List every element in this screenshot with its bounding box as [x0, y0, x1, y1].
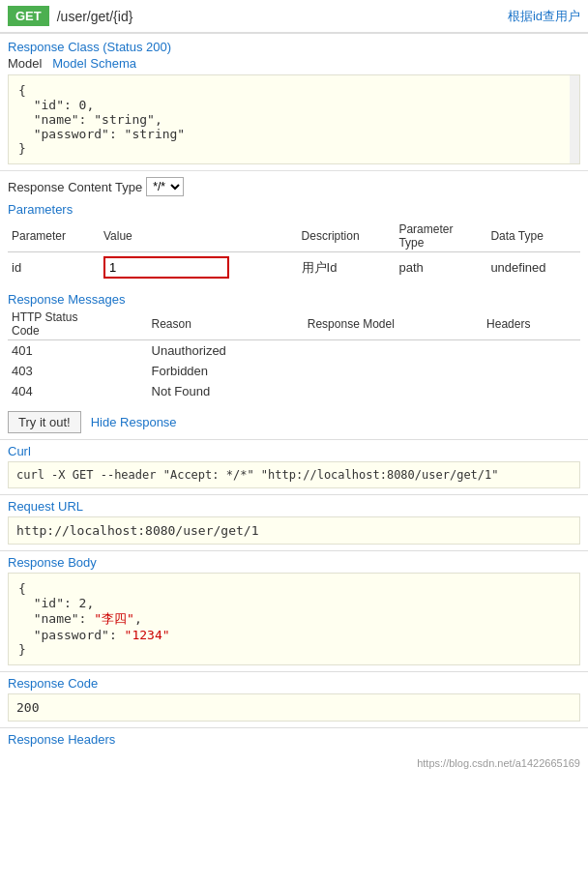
reason-404: Not Found — [148, 381, 304, 401]
response-content-type-row: Response Content Type */* — [0, 171, 588, 202]
watermark-text: https://blog.csdn.net/a1422665169 — [417, 757, 580, 769]
response-code-value: 200 — [16, 700, 39, 715]
response-body-code-block: { "id": 2, "name": "李四", "password": "12… — [8, 573, 580, 665]
response-class-section: Response Class (Status 200) Model Model … — [0, 34, 588, 171]
headers-401 — [483, 340, 580, 362]
try-it-out-button[interactable]: Try it out! — [8, 411, 81, 433]
table-row: 403 Forbidden — [8, 361, 580, 381]
curl-title: Curl — [8, 444, 580, 458]
api-title-right: 根据id查用户 — [508, 8, 580, 25]
reason-401: Unauthorized — [148, 340, 304, 362]
model-label: Model — [8, 56, 42, 71]
parameters-title: Parameters — [8, 202, 580, 217]
footer-watermark: https://blog.csdn.net/a1422665169 — [0, 755, 588, 771]
param-data-type: undefined — [486, 252, 580, 283]
response-content-type-label: Response Content Type — [8, 180, 142, 194]
parameters-section: Parameters Parameter Value Description P… — [0, 202, 588, 288]
col-parameter: Parameter — [8, 221, 100, 252]
param-description: 用户Id — [298, 252, 396, 283]
password-value: "1234" — [125, 628, 170, 642]
reason-403: Forbidden — [148, 361, 304, 381]
curl-code-block: curl -X GET --header "Accept: */*" "http… — [8, 461, 580, 488]
model-401 — [304, 340, 483, 362]
status-code-403: 403 — [8, 361, 148, 381]
model-row: Model Model Schema — [8, 56, 580, 71]
response-body-title: Response Body — [8, 555, 580, 570]
scrollbar[interactable] — [570, 75, 579, 163]
response-messages-table: HTTP Status Code Reason Response Model H… — [8, 309, 580, 401]
col-data-type: Data Type — [486, 221, 580, 252]
model-403 — [304, 361, 483, 381]
param-value-input[interactable] — [103, 256, 229, 279]
status-code-401: 401 — [8, 340, 148, 362]
response-content-type-select[interactable]: */* — [146, 177, 184, 196]
headers-403 — [483, 361, 580, 381]
col-response-model: Response Model — [304, 309, 483, 340]
parameters-header-row: Parameter Value Description Parameter Ty… — [8, 221, 580, 252]
name-value: "李四" — [94, 611, 134, 626]
model-schema-label[interactable]: Model Schema — [52, 56, 136, 71]
col-http-status: HTTP Status Code — [8, 309, 148, 340]
parameters-table: Parameter Value Description Parameter Ty… — [8, 221, 580, 282]
table-row: 404 Not Found — [8, 381, 580, 401]
param-type: path — [395, 252, 486, 283]
col-value: Value — [100, 221, 298, 252]
curl-section: Curl curl -X GET --header "Accept: */*" … — [0, 440, 588, 494]
http-method-badge: GET — [8, 6, 49, 26]
col-parameter-type: Parameter Type — [395, 221, 486, 252]
status-code-404: 404 — [8, 381, 148, 401]
response-code-title: Response Code — [8, 676, 580, 691]
model-404 — [304, 381, 483, 401]
schema-code-block: { "id": 0, "name": "string", "password":… — [8, 74, 580, 164]
curl-value: curl -X GET --header "Accept: */*" "http… — [16, 468, 499, 482]
col-reason: Reason — [148, 309, 304, 340]
param-value-cell — [100, 252, 298, 283]
request-url-value: http://localhost:8080/user/get/1 — [16, 523, 258, 538]
col-headers: Headers — [483, 309, 580, 340]
response-headers-title: Response Headers — [8, 732, 580, 747]
response-body-section: Response Body { "id": 2, "name": "李四", "… — [0, 551, 588, 671]
schema-code: { "id": 0, "name": "string", "password":… — [18, 83, 570, 156]
response-code-box: 200 — [8, 693, 580, 722]
response-body-pre: { "id": 2, "name": "李四", "password": "12… — [18, 581, 570, 657]
api-header: GET /user/get/{id} 根据id查用户 — [0, 0, 588, 33]
table-row: 401 Unauthorized — [8, 340, 580, 362]
response-messages-header-row: HTTP Status Code Reason Response Model H… — [8, 309, 580, 340]
api-endpoint: /user/get/{id} — [57, 9, 133, 24]
try-out-section: Try it out! Hide Response — [0, 405, 588, 439]
response-headers-section: Response Headers — [0, 728, 588, 755]
response-class-title: Response Class (Status 200) — [8, 40, 580, 54]
col-description: Description — [298, 221, 396, 252]
response-messages-title: Response Messages — [8, 292, 580, 307]
response-messages-section: Response Messages HTTP Status Code Reaso… — [0, 288, 588, 405]
headers-404 — [483, 381, 580, 401]
request-url-section: Request URL http://localhost:8080/user/g… — [0, 495, 588, 550]
response-code-section: Response Code 200 — [0, 672, 588, 727]
param-name: id — [8, 252, 100, 283]
table-row: id 用户Id path undefined — [8, 252, 580, 283]
request-url-box: http://localhost:8080/user/get/1 — [8, 516, 580, 545]
hide-response-link[interactable]: Hide Response — [91, 415, 177, 429]
request-url-title: Request URL — [8, 499, 580, 514]
